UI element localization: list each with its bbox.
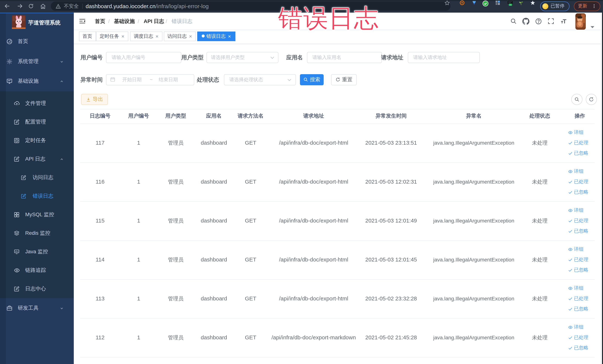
svg-text:on: on: [509, 4, 511, 6]
